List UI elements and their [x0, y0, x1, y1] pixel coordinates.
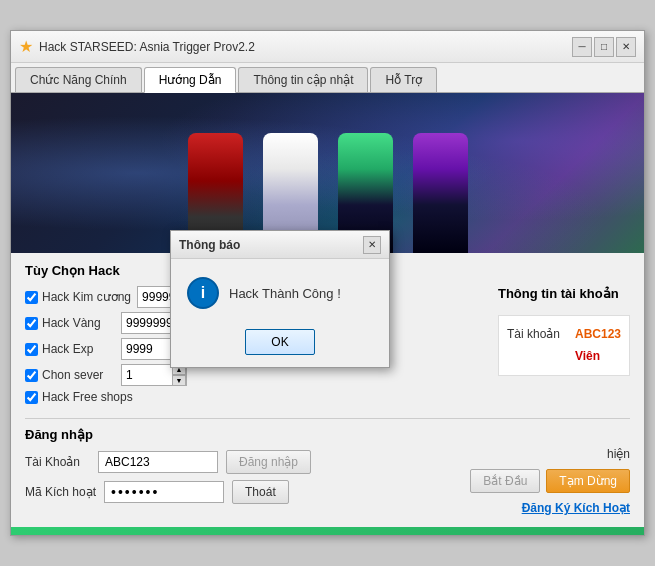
pause-button[interactable]: Tạm Dừng [546, 469, 630, 493]
hack-chon-sever-checkbox[interactable] [25, 369, 38, 382]
hack-exp-checkbox[interactable] [25, 343, 38, 356]
account-info-box: Tài khoản ABC123 Viên [498, 315, 630, 376]
username-input[interactable] [98, 451, 218, 473]
tab-chuc-nang-chinh[interactable]: Chức Năng Chính [15, 67, 142, 92]
hack-row-free-shops: Hack Free shops [25, 390, 488, 404]
star-icon: ★ [19, 37, 33, 56]
title-bar-left: ★ Hack STARSEED: Asnia Trigger Prov2.2 [19, 37, 255, 56]
bottom-progress-bar [11, 527, 644, 535]
login-form: Đăng nhập Tài Khoản Đăng nhập Mã Kích ho… [25, 427, 311, 510]
hack-chon-sever-input[interactable] [122, 365, 172, 385]
login-section: Đăng nhập Tài Khoản Đăng nhập Mã Kích ho… [25, 418, 630, 515]
hack-kim-cuong-checkbox[interactable] [25, 291, 38, 304]
hero-banner [11, 93, 644, 253]
dialog-message: Hack Thành Công ! [229, 286, 341, 301]
dialog-footer: OK [171, 321, 389, 367]
dialog-container: Thông báo ✕ i Hack Thành Công ! OK [170, 230, 390, 368]
hack-chon-sever-label[interactable]: Chon sever [25, 368, 115, 382]
username-label: Tài Khoản [25, 455, 90, 469]
minimize-button[interactable]: ─ [572, 37, 592, 57]
action-panel: hiện Bắt Đầu Tạm Dừng Đăng Ký Kích Hoạt [470, 427, 630, 515]
hack-vang-label[interactable]: Hack Vàng [25, 316, 115, 330]
rank-value: Viên [575, 346, 600, 368]
account-row: Tài khoản ABC123 [507, 324, 621, 346]
maximize-button[interactable]: □ [594, 37, 614, 57]
status-label: hiện [607, 447, 630, 461]
account-value: ABC123 [575, 324, 621, 346]
character-4-body [413, 133, 468, 253]
character-4 [405, 123, 475, 253]
dialog-ok-button[interactable]: OK [245, 329, 315, 355]
username-row: Tài Khoản Đăng nhập [25, 450, 311, 474]
login-button[interactable]: Đăng nhập [226, 450, 311, 474]
close-button[interactable]: ✕ [616, 37, 636, 57]
dialog-close-button[interactable]: ✕ [363, 236, 381, 254]
register-link[interactable]: Đăng Ký Kích Hoạt [522, 501, 630, 515]
tab-bar: Chức Năng Chính Hướng Dẫn Thông tin cập … [11, 63, 644, 93]
hack-vang-checkbox[interactable] [25, 317, 38, 330]
password-input[interactable] [104, 481, 224, 503]
control-buttons: Bắt Đầu Tạm Dừng [470, 469, 630, 493]
hack-free-shops-checkbox[interactable] [25, 391, 38, 404]
password-label: Mã Kích hoạt [25, 485, 96, 499]
tab-huong-dan[interactable]: Hướng Dẫn [144, 67, 237, 93]
tab-thong-tin-cap-nhat[interactable]: Thông tin cập nhật [238, 67, 368, 92]
hack-chon-sever-spin-down[interactable]: ▼ [172, 375, 186, 386]
hack-exp-label[interactable]: Hack Exp [25, 342, 115, 356]
notification-dialog: Thông báo ✕ i Hack Thành Công ! OK [170, 230, 390, 368]
rank-row: Viên [507, 346, 621, 368]
account-label: Tài khoản [507, 324, 567, 346]
title-bar: ★ Hack STARSEED: Asnia Trigger Prov2.2 ─… [11, 31, 644, 63]
window-title: Hack STARSEED: Asnia Trigger Prov2.2 [39, 40, 255, 54]
dialog-body: i Hack Thành Công ! [171, 259, 389, 321]
hack-kim-cuong-label[interactable]: Hack Kim cương [25, 290, 131, 304]
account-info-title: Thông tin tài khoản [498, 286, 630, 301]
title-controls: ─ □ ✕ [572, 37, 636, 57]
dialog-title: Thông báo [179, 238, 240, 252]
account-info-panel: Thông tin tài khoản Tài khoản ABC123 Viê… [498, 286, 630, 408]
start-button[interactable]: Bắt Đầu [470, 469, 540, 493]
dialog-title-bar: Thông báo ✕ [171, 231, 389, 259]
hero-characters [11, 93, 644, 253]
password-row: Mã Kích hoạt Thoát [25, 480, 311, 504]
hack-free-shops-label[interactable]: Hack Free shops [25, 390, 133, 404]
tab-ho-tro[interactable]: Hỗ Trợ [370, 67, 437, 92]
login-section-title: Đăng nhập [25, 427, 311, 442]
info-icon: i [187, 277, 219, 309]
logout-button[interactable]: Thoát [232, 480, 289, 504]
